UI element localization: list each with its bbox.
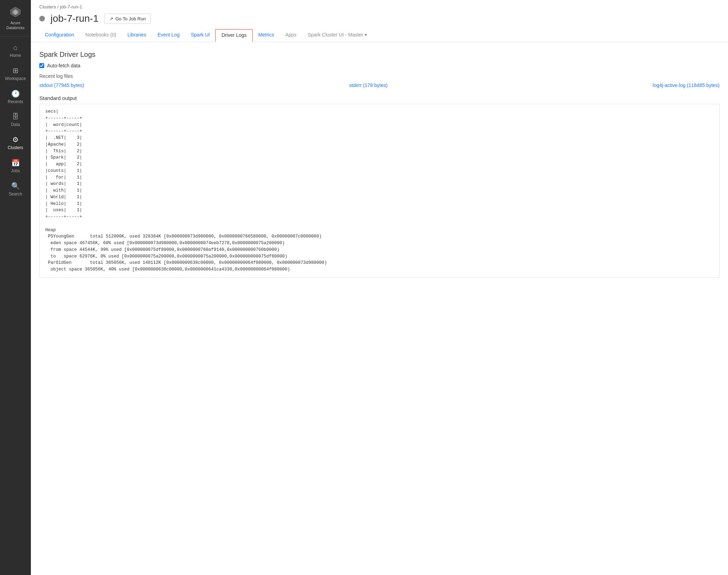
breadcrumb-separator: / (57, 4, 60, 9)
log4j-link[interactable]: log4j-active.log (118485 bytes) (653, 82, 720, 88)
stdout-link[interactable]: stdout (77945 bytes) (39, 82, 84, 88)
data-icon: 🗄 (12, 113, 19, 121)
cluster-status-dot (39, 16, 45, 21)
breadcrumb-clusters[interactable]: Clusters (39, 4, 56, 9)
sidebar: Azure Databricks ⌂ Home ⊞ Workspace 🕐 Re… (0, 0, 31, 575)
tab-spark-cluster-ui[interactable]: Spark Cluster UI - Master ▾ (302, 29, 373, 42)
sidebar-item-search-label: Search (9, 192, 22, 196)
sidebar-brand-text: Azure Databricks (3, 20, 28, 31)
breadcrumb: Clusters / job-7-run-1 (39, 4, 720, 9)
sidebar-item-search[interactable]: 🔍 Search (0, 178, 31, 201)
tab-libraries[interactable]: Libraries (122, 29, 152, 42)
auto-fetch-row: Auto-fetch data (39, 63, 720, 68)
sidebar-item-data-label: Data (11, 122, 20, 127)
tab-driver-logs[interactable]: Driver Logs (215, 29, 253, 42)
auto-fetch-checkbox[interactable] (39, 63, 44, 68)
tab-metrics[interactable]: Metrics (253, 29, 280, 42)
workspace-icon: ⊞ (13, 66, 19, 75)
sidebar-item-home-label: Home (10, 53, 21, 58)
tab-notebooks[interactable]: Notebooks (0) (80, 29, 122, 42)
jobs-icon: 📅 (11, 159, 20, 167)
sidebar-item-workspace[interactable]: ⊞ Workspace (0, 62, 31, 85)
page-title: job-7-run-1 (51, 13, 99, 24)
log-links-row: stdout (77945 bytes) stderr (178 bytes) … (39, 82, 720, 88)
tab-event-log[interactable]: Event Log (152, 29, 185, 42)
sidebar-item-jobs[interactable]: 📅 Jobs (0, 154, 31, 178)
search-icon: 🔍 (11, 182, 20, 190)
stderr-link[interactable]: stderr (178 bytes) (349, 82, 388, 88)
sidebar-item-recents-label: Recents (8, 99, 23, 104)
page-title-row: job-7-run-1 ↗ Go To Job Run (39, 13, 720, 24)
external-link-icon: ↗ (109, 16, 113, 21)
page-header: Clusters / job-7-run-1 job-7-run-1 ↗ Go … (31, 0, 728, 42)
driver-logs-title: Spark Driver Logs (39, 51, 720, 59)
tab-bar: Configuration Notebooks (0) Libraries Ev… (39, 29, 720, 42)
standard-output-title: Standard output (39, 95, 720, 101)
go-to-job-button[interactable]: ↗ Go To Job Run (104, 14, 151, 24)
go-to-job-label: Go To Job Run (115, 16, 146, 21)
main-content: Clusters / job-7-run-1 job-7-run-1 ↗ Go … (31, 0, 728, 575)
tab-apps[interactable]: Apps (280, 29, 302, 42)
tab-spark-ui[interactable]: Spark UI (185, 29, 215, 42)
breadcrumb-job-run: job-7-run-1 (60, 4, 82, 9)
sidebar-item-home[interactable]: ⌂ Home (0, 39, 31, 62)
azure-databricks-logo (9, 6, 22, 18)
sidebar-item-clusters-label: Clusters (8, 145, 23, 150)
home-icon: ⌂ (13, 44, 18, 52)
driver-logs-content: Spark Driver Logs Auto-fetch data Recent… (31, 42, 728, 575)
recents-icon: 🕐 (11, 89, 20, 98)
sidebar-item-recents[interactable]: 🕐 Recents (0, 85, 31, 108)
sidebar-item-workspace-label: Workspace (5, 76, 26, 81)
log-output: secs| +------+-----+ | word|count| +----… (39, 104, 720, 278)
sidebar-item-jobs-label: Jobs (11, 168, 20, 173)
clusters-icon: ⚙ (12, 135, 19, 144)
recent-log-files-label: Recent log files (39, 73, 720, 79)
tab-configuration[interactable]: Configuration (39, 29, 80, 42)
sidebar-item-data[interactable]: 🗄 Data (0, 108, 31, 131)
sidebar-logo: Azure Databricks (0, 0, 31, 36)
auto-fetch-label: Auto-fetch data (47, 63, 80, 68)
sidebar-item-clusters[interactable]: ⚙ Clusters (0, 131, 31, 154)
